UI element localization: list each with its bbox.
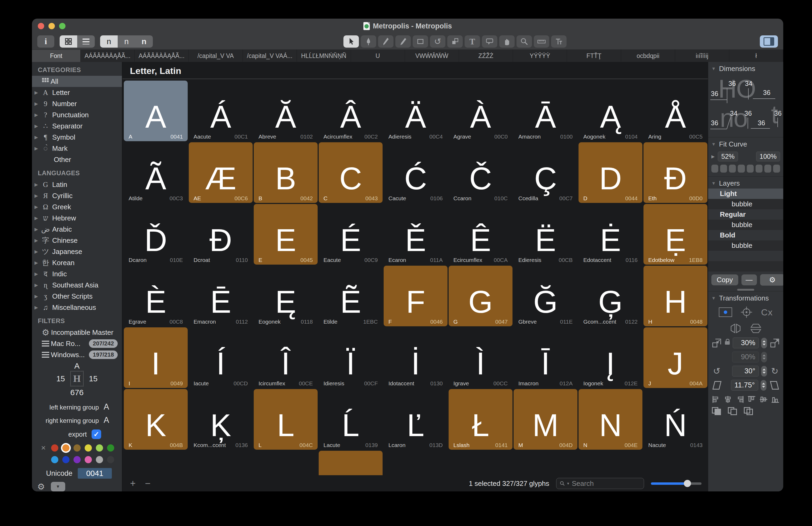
glyph-cell-edieresis[interactable]: ËEdieresis00CB: [513, 204, 578, 265]
layer-row-bubble[interactable]: bubble: [708, 240, 783, 251]
zoom-button[interactable]: [59, 23, 66, 29]
glyph-cell-k[interactable]: KK004B: [124, 389, 188, 450]
list-view-button[interactable]: [77, 35, 95, 48]
color-label-dot[interactable]: [51, 456, 58, 463]
export-checkbox[interactable]: ✓: [91, 430, 101, 439]
select-tool[interactable]: [344, 35, 359, 48]
weight-option-regular[interactable]: n: [118, 35, 135, 48]
search-scope-chevron-icon[interactable]: ▾: [567, 481, 569, 486]
glyph-cell-igrave[interactable]: ÌIgrave00CC: [449, 327, 512, 388]
category-item-symbol[interactable]: ▶¶Symbol: [32, 132, 122, 143]
toggle-sidebar-button[interactable]: [760, 35, 778, 48]
search-input[interactable]: [571, 479, 640, 488]
rotate-angle-field[interactable]: 30°: [732, 366, 759, 377]
rotate-cw-icon[interactable]: ↻: [769, 366, 780, 376]
glyph-cell-aacute[interactable]: ÁAacute00C1: [189, 80, 253, 141]
knife-tool[interactable]: [378, 35, 393, 48]
dimensions-section-header[interactable]: ▼ Dimensions: [708, 62, 783, 74]
glyph-cell-i[interactable]: II0049: [124, 327, 188, 388]
glyph-cell-eth[interactable]: ĐEth00D0: [643, 142, 707, 203]
glyph-cell-f[interactable]: FF0046: [383, 266, 448, 326]
left-sidebearing-value[interactable]: 15: [56, 374, 65, 383]
color-label-dot[interactable]: [96, 445, 103, 452]
layer-row-light[interactable]: Light: [708, 189, 783, 199]
slant-left-icon[interactable]: [712, 381, 722, 390]
glyph-cell-eacute[interactable]: ÉEacute00C9: [319, 204, 382, 265]
rotate-tool[interactable]: ↺: [430, 35, 445, 48]
transform-origin-selection-icon[interactable]: [719, 307, 732, 317]
corner-tool[interactable]: [447, 35, 463, 48]
glyph-cell-iogonek[interactable]: ĮIogonek012E: [579, 327, 642, 388]
tab-a[interactable]: AÁĂÂÄÀĀĄÅÃ...: [135, 50, 189, 62]
weight-option-bold[interactable]: n: [135, 35, 153, 48]
no-color-icon[interactable]: ×: [40, 443, 47, 452]
color-label-dot[interactable]: [73, 456, 81, 463]
glyph-cell-o[interactable]: O: [319, 451, 382, 475]
fit-curve-min-field[interactable]: 52%: [718, 152, 738, 162]
measure-tool[interactable]: [534, 35, 549, 48]
glyph-cell-j[interactable]: JJ004A: [643, 327, 707, 388]
fit-curve-button[interactable]: [756, 165, 763, 172]
scale-linked-stepper[interactable]: [761, 352, 767, 362]
glyph-cell-edotbelow[interactable]: ẸEdotbelow1EB8: [643, 204, 707, 265]
category-item-punctuation[interactable]: ▶?Punctuation: [32, 109, 122, 120]
glyph-cell-ecircumflex[interactable]: ÊEcircumflex00CA: [449, 204, 512, 265]
glyph-cell-adieresis[interactable]: ÄAdieresis00C4: [383, 80, 448, 141]
add-glyph-button[interactable]: +: [129, 479, 137, 488]
weight-option-light[interactable]: n: [100, 35, 118, 48]
scale-percent-field[interactable]: 30%: [733, 337, 759, 348]
flip-vertical-icon[interactable]: [750, 323, 762, 334]
lock-proportions-icon[interactable]: [725, 341, 730, 345]
glyph-cell-kcom-ccent[interactable]: ĶKcom...ccent0136: [189, 389, 253, 450]
layer-options-gear-button[interactable]: ⚙: [760, 274, 783, 286]
color-label-dot[interactable]: [51, 445, 58, 452]
glyph-cell-lacute[interactable]: ĹLacute0139: [319, 389, 382, 450]
language-item-hebrew[interactable]: ▶שHebrew: [32, 212, 122, 224]
fit-curve-button[interactable]: [773, 165, 780, 172]
annotation-tool[interactable]: [482, 35, 497, 48]
tab-capital-v-va[interactable]: /capital_V VA: [189, 50, 243, 62]
glyph-cell-dcroat[interactable]: ĐDcroat0110: [189, 204, 253, 265]
copy-layer-button[interactable]: Copy: [711, 274, 738, 285]
pen-tool[interactable]: [361, 35, 376, 48]
grid-view-button[interactable]: [60, 35, 77, 48]
scale-down-icon[interactable]: [711, 338, 722, 348]
glyph-cell-atilde[interactable]: ÃAtilde00C3: [124, 142, 188, 203]
rotate-stepper[interactable]: [761, 366, 767, 377]
language-item-latin[interactable]: ▶GLatin: [32, 179, 122, 190]
glyph-cell-a[interactable]: AA0041: [124, 80, 188, 141]
glyph-cell-idotaccent[interactable]: İIdotaccent0130: [383, 327, 448, 388]
language-item-chinese[interactable]: ▶字Chinese: [32, 235, 122, 246]
glyph-cell-eogonek[interactable]: ĘEogonek0118: [254, 266, 318, 326]
glyph-width-value[interactable]: 676: [70, 388, 84, 397]
align-middle-horizontal-icon[interactable]: [759, 395, 768, 403]
glyph-cell-agrave[interactable]: ÀAgrave00C0: [449, 80, 512, 141]
tab-a[interactable]: AÁĂÂÄÀĀĄÅÃ...: [81, 50, 135, 62]
language-item-other-scripts[interactable]: ▶ʒOther Scripts: [32, 291, 122, 302]
fit-curve-button[interactable]: [764, 165, 771, 172]
category-item-letter[interactable]: ▶ALetter: [32, 87, 122, 98]
color-label-dot[interactable]: [96, 456, 103, 463]
filter-item-windows[interactable]: Windows...197/218: [32, 349, 122, 360]
subtract-shapes-icon[interactable]: [728, 407, 737, 415]
glyph-cell-etilde[interactable]: ẼEtilde1EBC: [319, 266, 382, 326]
glyph-cell-e[interactable]: EE0045: [254, 204, 318, 265]
category-item-number[interactable]: ▶9Number: [32, 98, 122, 109]
glyph-cell-h[interactable]: HH0048: [643, 266, 707, 326]
glyph-cell-ccaron[interactable]: ČCcaron010C: [449, 142, 512, 203]
glyph-cell-item[interactable]: Ô: [449, 451, 512, 475]
glyph-cell-emacron[interactable]: ĒEmacron0112: [189, 266, 253, 326]
layer-row-regular[interactable]: Regular: [708, 209, 783, 220]
right-kerning-value[interactable]: A: [104, 415, 109, 425]
close-button[interactable]: [38, 23, 44, 29]
glyph-cell-ae[interactable]: ÆAE00C6: [189, 142, 253, 203]
glyph-cell-ccedilla[interactable]: ÇCcedilla00C7: [513, 142, 578, 203]
language-item-southeast-asia[interactable]: ▶ɳSoutheast Asia: [32, 280, 122, 291]
language-item-miscellaneous[interactable]: ▶♫Miscellaneous: [32, 302, 122, 313]
fit-curve-section-header[interactable]: ▼ Fit Curve: [708, 137, 783, 149]
tab-item[interactable]: ł: [729, 50, 783, 62]
slant-stepper[interactable]: [760, 380, 767, 391]
glyph-cell-icircumflex[interactable]: ÎIcircumflex00CE: [254, 327, 318, 388]
scale-up-icon[interactable]: [769, 338, 780, 348]
color-label-dot[interactable]: [85, 445, 92, 452]
